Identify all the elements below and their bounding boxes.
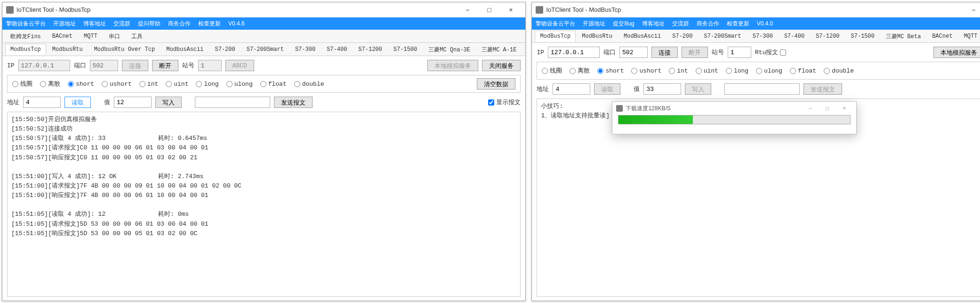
minimize-button[interactable]: −	[457, 2, 478, 17]
tab-item[interactable]: ModbusRtu Over Tcp	[89, 44, 161, 55]
rtu-checkbox[interactable]: Rtu报文	[755, 48, 786, 57]
datatype-radio[interactable]: long	[196, 81, 218, 88]
menu-item[interactable]: 博客地址	[642, 20, 665, 28]
write-button[interactable]: 写入	[155, 97, 182, 108]
byteorder-select[interactable]: ABCD	[225, 60, 254, 71]
datatype-radio[interactable]: double	[824, 67, 854, 74]
telegram-input[interactable]	[195, 97, 270, 108]
tab-item[interactable]: MQTT	[959, 31, 980, 41]
clear-data-button[interactable]: 清空数据	[477, 78, 515, 90]
datatype-radio[interactable]: float	[790, 67, 816, 74]
tab-item[interactable]: S7-1200	[811, 31, 844, 41]
menu-item[interactable]: 擎吻设备云平台	[6, 20, 46, 28]
dialog-close-button[interactable]: ×	[835, 105, 852, 112]
addr-input[interactable]	[553, 83, 590, 95]
telegram-input[interactable]	[724, 83, 800, 95]
menu-item[interactable]: 开源地址	[583, 20, 605, 28]
datatype-radio[interactable]: int	[139, 81, 158, 88]
tab-item[interactable]: ModbusTcp	[5, 44, 46, 55]
read-button[interactable]: 读取	[64, 97, 91, 108]
ip-input[interactable]	[18, 60, 70, 71]
tab-item[interactable]: BACnet	[927, 31, 957, 41]
tab-item[interactable]: 三菱MC Qna-3E	[423, 43, 475, 56]
local-sim-button[interactable]: 本地模拟服务	[933, 47, 980, 58]
ip-input[interactable]	[548, 47, 600, 58]
station-input[interactable]	[728, 47, 751, 58]
connect-button[interactable]: 连接	[651, 47, 678, 58]
menu-item[interactable]: 擎吻设备云平台	[536, 20, 575, 28]
tab-item[interactable]: 三菱MC A-1E	[476, 43, 522, 56]
tab-item[interactable]: S7-400	[321, 44, 352, 55]
tab-item[interactable]: ModBusTcp	[535, 31, 576, 41]
tab-item[interactable]: S7-300	[290, 44, 321, 55]
station-input[interactable]	[198, 60, 222, 71]
dialog-minimize-button[interactable]: −	[802, 105, 819, 112]
value-input[interactable]	[643, 83, 681, 95]
menu-item[interactable]: 提交Bug	[613, 20, 634, 28]
datatype-radio[interactable]: ushort	[102, 81, 132, 88]
tab-item[interactable]: S7-1200	[353, 44, 387, 55]
datatype-radio[interactable]: uint	[696, 67, 718, 74]
menu-item[interactable]: 检查更新	[198, 20, 221, 28]
datatype-radio[interactable]: ulong	[756, 67, 782, 74]
connect-button[interactable]: 连接	[122, 60, 148, 71]
tab-item[interactable]: 工具	[126, 30, 148, 42]
tab-item[interactable]: MQTT	[79, 31, 103, 41]
datatype-radio[interactable]: 离散	[40, 80, 60, 88]
datatype-radio[interactable]: short	[597, 67, 624, 74]
tab-item[interactable]: S7-300	[747, 31, 778, 41]
log-area[interactable]: [15:50:50]开启仿真模拟服务 [15:50:52]连接成功 [15:50…	[7, 112, 521, 297]
tab-item[interactable]: 欧姆龙Fins	[5, 30, 46, 42]
datatype-radio[interactable]: short	[68, 81, 94, 88]
tab-item[interactable]: ModBusAscii	[619, 31, 666, 41]
menu-item[interactable]: V0.4.0	[757, 20, 773, 27]
disconnect-button[interactable]: 断开	[152, 60, 178, 71]
datatype-radio[interactable]: 离散	[570, 66, 590, 75]
datatype-radio[interactable]: float	[260, 81, 287, 88]
datatype-radio[interactable]: 线圈	[12, 80, 32, 88]
menu-item[interactable]: 交流群	[672, 20, 689, 28]
value-input[interactable]	[114, 97, 152, 108]
write-button[interactable]: 写入	[685, 83, 711, 95]
datatype-radio[interactable]: ulong	[226, 81, 253, 88]
menu-item[interactable]: 博客地址	[83, 20, 106, 28]
datatype-radio[interactable]: ushort	[631, 67, 661, 74]
datatype-radio[interactable]: 线圈	[542, 66, 562, 75]
show-telegram-checkbox[interactable]: 显示报文	[488, 98, 521, 106]
tab-item[interactable]: 三菱MC Beta	[881, 30, 926, 42]
send-telegram-button[interactable]: 发送报文	[803, 83, 842, 95]
datatype-radio[interactable]: double	[294, 81, 324, 88]
close-button[interactable]: ×	[500, 2, 522, 17]
tab-item[interactable]: S7-200Smart	[699, 31, 746, 41]
disconnect-button[interactable]: 断开	[682, 47, 708, 58]
read-button[interactable]: 读取	[594, 83, 620, 95]
maximize-button[interactable]: □	[478, 2, 500, 17]
tab-item[interactable]: S7-200	[209, 44, 240, 55]
tab-item[interactable]: 串口	[104, 30, 125, 42]
menu-item[interactable]: 交流群	[113, 20, 130, 28]
menu-item[interactable]: 商务合作	[168, 20, 191, 28]
tab-item[interactable]: S7-1500	[846, 31, 880, 41]
menu-item[interactable]: 检查更新	[727, 20, 749, 28]
datatype-radio[interactable]: uint	[166, 81, 188, 88]
datatype-radio[interactable]: long	[726, 67, 748, 74]
menu-item[interactable]: 商务合作	[697, 20, 719, 28]
close-service-button[interactable]: 关闭服务	[482, 60, 521, 71]
menu-item[interactable]: 提问帮助	[138, 20, 161, 28]
send-telegram-button[interactable]: 发送报文	[274, 97, 313, 108]
port-input[interactable]	[619, 47, 648, 58]
addr-input[interactable]	[23, 97, 61, 108]
datatype-radio[interactable]: int	[669, 67, 688, 74]
local-sim-button[interactable]: 本地模拟服务	[427, 60, 478, 71]
tab-item[interactable]: BACnet	[47, 31, 78, 41]
show-telegram-check-icon[interactable]	[488, 99, 494, 106]
tab-item[interactable]: S7-1500	[388, 44, 422, 55]
menu-item[interactable]: 开源地址	[53, 20, 76, 28]
tab-item[interactable]: ModbusAscii	[161, 44, 209, 55]
port-input[interactable]	[90, 60, 118, 71]
minimize-button[interactable]: −	[963, 2, 980, 17]
dialog-maximize-button[interactable]: □	[819, 105, 835, 112]
tab-item[interactable]: S7-200	[667, 31, 698, 41]
rtu-check-icon[interactable]	[780, 49, 786, 56]
menu-item[interactable]: V0.4.6	[228, 20, 245, 27]
